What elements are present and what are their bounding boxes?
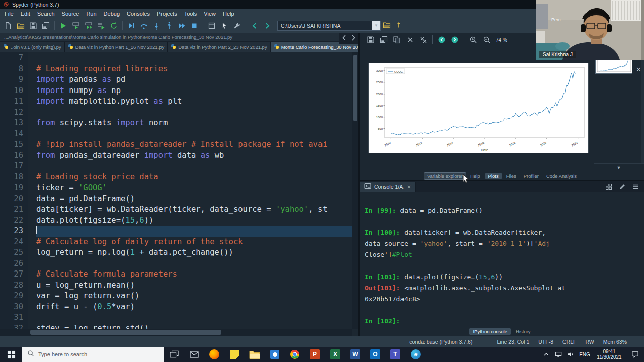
- sticky-notes-icon[interactable]: [224, 347, 245, 362]
- editor-tab[interactable]: Data viz in Python Part 2_23 Nov 2021.py: [168, 42, 270, 52]
- edit-icon[interactable]: [617, 182, 627, 192]
- menu-help[interactable]: Help: [219, 9, 238, 18]
- thumbnails-scrollbar[interactable]: [641, 46, 644, 163]
- save-all-plots-button[interactable]: [378, 34, 390, 46]
- pane-tab-code-analysis[interactable]: Code Analysis: [543, 173, 580, 179]
- menu-search[interactable]: Search: [34, 9, 58, 18]
- debug-file-button[interactable]: [125, 20, 137, 32]
- console-tab[interactable]: Console 1/A ✕: [360, 182, 416, 192]
- menu-consoles[interactable]: Consoles: [123, 9, 153, 18]
- open-file-button[interactable]: [15, 20, 27, 32]
- code-line: data[ticker] = wb.DataReader(ticker, dat…: [36, 204, 352, 215]
- excel-icon[interactable]: X: [325, 347, 345, 362]
- plots-list-dropdown[interactable]: ▼: [594, 163, 644, 172]
- svg-text:1000: 1000: [376, 116, 383, 119]
- step-over-button[interactable]: [138, 20, 150, 32]
- action-center-icon[interactable]: [626, 347, 644, 362]
- photos-icon[interactable]: [265, 347, 285, 362]
- menu-view[interactable]: View: [200, 9, 219, 18]
- outlook-icon[interactable]: O: [365, 347, 385, 362]
- pane-tab-files[interactable]: Files: [503, 173, 519, 179]
- task-view-button[interactable]: [164, 347, 184, 362]
- code-editor[interactable]: 7891011121314151617181920212223242526272…: [0, 52, 352, 329]
- code-line: # Loading required libraries: [36, 64, 352, 75]
- back-button[interactable]: [249, 20, 261, 32]
- pane-tab-plots[interactable]: Plots: [485, 173, 502, 179]
- step-return-button[interactable]: [163, 20, 175, 32]
- run-file-button[interactable]: [57, 20, 69, 32]
- run-cell-advance-button[interactable]: [83, 20, 95, 32]
- file-explorer-icon[interactable]: [245, 347, 265, 362]
- go-to-parent-directory-button[interactable]: [393, 20, 405, 32]
- teams-icon[interactable]: T: [385, 347, 406, 362]
- pointer-button[interactable]: [218, 20, 230, 32]
- next-plot-button[interactable]: [449, 34, 461, 46]
- preferences-button[interactable]: [231, 20, 243, 32]
- previous-plot-button[interactable]: [436, 34, 448, 46]
- menu-file[interactable]: File: [1, 9, 17, 18]
- rerun-cell-button[interactable]: [108, 20, 120, 32]
- code-line: # Calculate log of daily return of the s…: [36, 237, 352, 248]
- tray-display-icon[interactable]: [552, 347, 565, 362]
- menu-tools[interactable]: Tools: [181, 9, 201, 18]
- pane-tab-profiler[interactable]: Profiler: [521, 173, 542, 179]
- tray-chevron-up-icon[interactable]: [540, 347, 552, 362]
- powerpoint-icon[interactable]: P: [305, 347, 325, 362]
- scrollbar-thumb[interactable]: [353, 55, 357, 121]
- scroll-tabs-left-icon[interactable]: [340, 34, 348, 44]
- svg-text:500: 500: [378, 127, 383, 130]
- code-area[interactable]: # Loading required librariesimport panda…: [28, 52, 352, 329]
- language-indicator[interactable]: ENG: [577, 352, 593, 357]
- zoom-level[interactable]: 74 %: [496, 37, 507, 43]
- menu-run[interactable]: Run: [83, 9, 100, 18]
- tab-ipython-console[interactable]: IPython console: [469, 328, 511, 335]
- code-line: # !pip install pandas_datareader # Insta…: [36, 139, 352, 150]
- new-file-button[interactable]: [2, 20, 14, 32]
- scrollbar-thumb[interactable]: [30, 330, 221, 335]
- pane-tab-variable-explorer[interactable]: Variable explorer: [424, 173, 466, 179]
- stop-debug-button[interactable]: [188, 20, 200, 32]
- remove-plot-button[interactable]: [404, 34, 416, 46]
- copy-plot-button[interactable]: [391, 34, 403, 46]
- code-line: [36, 312, 352, 323]
- taskbar-search[interactable]: Type here to search: [22, 347, 164, 362]
- taskbar-clock[interactable]: 09:41 11/30/2021: [593, 349, 626, 360]
- forward-button[interactable]: [261, 20, 273, 32]
- scroll-tabs-right-icon[interactable]: [349, 34, 357, 44]
- mail-icon[interactable]: [184, 347, 204, 362]
- editor-vertical-scrollbar[interactable]: [352, 52, 358, 329]
- menu-source[interactable]: Source: [58, 9, 83, 18]
- firefox-icon[interactable]: [204, 347, 224, 362]
- save-button[interactable]: [27, 20, 39, 32]
- save-all-button[interactable]: [40, 20, 52, 32]
- edge-icon[interactable]: e: [406, 347, 426, 362]
- editor-horizontal-scrollbar[interactable]: [0, 329, 352, 336]
- run-selection-button[interactable]: [95, 20, 107, 32]
- editor-tab[interactable]: ..oin v3.1 (only mktg).py: [0, 42, 65, 52]
- browse-working-directory-button[interactable]: [381, 20, 393, 32]
- chevron-down-icon[interactable]: ▼: [372, 21, 380, 30]
- step-into-button[interactable]: [150, 20, 163, 32]
- run-cell-button[interactable]: [70, 20, 82, 32]
- word-icon[interactable]: W: [345, 347, 365, 362]
- zoom-in-button[interactable]: [467, 34, 479, 46]
- menu-debug[interactable]: Debug: [100, 9, 123, 18]
- editor-tab[interactable]: Data viz in Python Part 1_16 Nov 2021.py: [65, 42, 168, 52]
- menu-projects[interactable]: Projects: [153, 9, 181, 18]
- save-plot-button[interactable]: [365, 34, 377, 46]
- maximize-pane-button[interactable]: [206, 20, 218, 32]
- remove-all-plots-button[interactable]: [417, 34, 429, 46]
- options-menu-icon[interactable]: [631, 182, 641, 192]
- working-directory-combobox[interactable]: C:\Users\J SAI KRISHNA ▼: [277, 21, 381, 31]
- chrome-icon[interactable]: [285, 347, 305, 362]
- continue-execution-button[interactable]: [176, 20, 188, 32]
- tray-volume-icon[interactable]: [565, 347, 577, 362]
- menu-edit[interactable]: Edit: [17, 9, 34, 18]
- ipython-console-output[interactable]: In [99]: data = pd.DataFrame()In [100]: …: [360, 192, 644, 327]
- tab-history[interactable]: History: [512, 328, 534, 335]
- start-button[interactable]: [0, 347, 22, 362]
- close-icon[interactable]: ✕: [407, 184, 411, 190]
- zoom-out-button[interactable]: [480, 34, 493, 46]
- pane-tab-help[interactable]: Help: [467, 173, 484, 179]
- panes-grid-icon[interactable]: [604, 182, 614, 192]
